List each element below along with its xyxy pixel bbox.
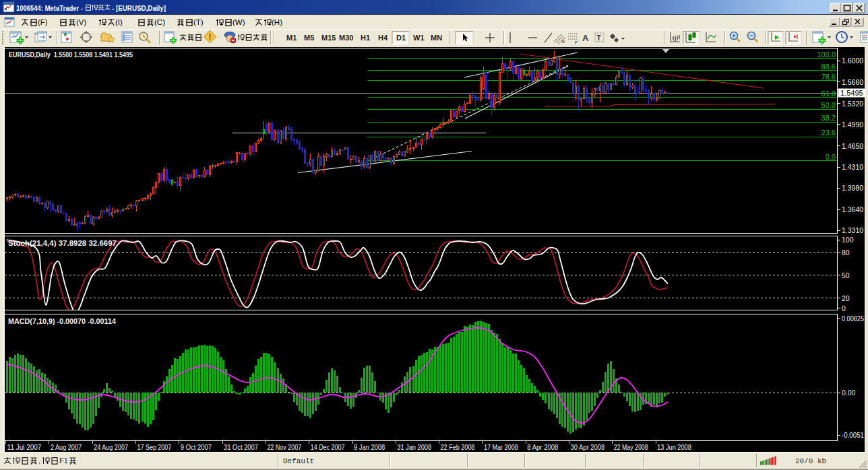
svg-text:1.6000: 1.6000	[842, 57, 863, 65]
svg-text:50.0: 50.0	[822, 101, 836, 109]
svg-text:17 Sep 2007: 17 Sep 2007	[137, 443, 172, 451]
svg-text:E: E	[562, 39, 565, 44]
svg-text:2 Aug 2007: 2 Aug 2007	[51, 443, 82, 451]
svg-text:EURUSD,Daily 1.5500 1.5508 1.: EURUSD,Daily 1.5500 1.5508 1.5491 1.5495	[9, 51, 133, 59]
svg-text:31 Jan 2008: 31 Jan 2008	[397, 443, 431, 451]
svg-text:(V): (V)	[76, 18, 87, 26]
svg-text:1.3310: 1.3310	[842, 226, 863, 234]
svg-text:1.4990: 1.4990	[842, 121, 863, 129]
svg-text:20/0 kb: 20/0 kb	[795, 457, 826, 465]
svg-text:(H): (H)	[272, 18, 282, 26]
svg-text:(F): (F)	[38, 18, 48, 26]
svg-text:1.5660: 1.5660	[842, 78, 863, 86]
svg-text:1006544: MetaTrader -: 1006544: MetaTrader -	[16, 4, 83, 12]
svg-text:0.0: 0.0	[826, 153, 836, 161]
svg-text:1.3980: 1.3980	[842, 184, 863, 192]
svg-text:22 Nov 2007: 22 Nov 2007	[267, 443, 301, 451]
svg-text:17 Mar 2008: 17 Mar 2008	[484, 443, 518, 451]
svg-text:50: 50	[842, 271, 850, 279]
svg-text:23.6: 23.6	[822, 129, 836, 137]
svg-text:H4: H4	[378, 34, 388, 42]
svg-text:W1: W1	[413, 34, 425, 42]
svg-text:1.5495: 1.5495	[840, 89, 863, 97]
svg-text:,: ,	[38, 457, 40, 465]
svg-text:61.8: 61.8	[822, 90, 836, 98]
svg-text:M15: M15	[321, 34, 336, 42]
svg-text:0: 0	[842, 304, 846, 312]
svg-text:31 Oct 2007: 31 Oct 2007	[224, 443, 258, 451]
svg-text:(I): (I)	[115, 18, 123, 26]
svg-text:100: 100	[842, 236, 854, 244]
svg-text:F: F	[575, 40, 578, 45]
svg-text:13 Jun 2008: 13 Jun 2008	[657, 443, 691, 451]
svg-text:14 Dec 2007: 14 Dec 2007	[311, 443, 345, 451]
svg-text:1.4310: 1.4310	[842, 163, 863, 171]
svg-text:Default: Default	[283, 457, 314, 465]
svg-text:9 Oct 2007: 9 Oct 2007	[181, 443, 212, 451]
svg-text:H1: H1	[361, 34, 370, 42]
svg-text:22 May 2008: 22 May 2008	[614, 443, 648, 451]
svg-text:22 Feb 2008: 22 Feb 2008	[441, 443, 475, 451]
svg-text:88.6: 88.6	[822, 63, 836, 71]
svg-text:F1: F1	[59, 457, 68, 465]
svg-text:30 Apr 2008: 30 Apr 2008	[571, 443, 605, 451]
svg-text:0.00825: 0.00825	[842, 314, 864, 323]
svg-text:1.5320: 1.5320	[842, 100, 863, 108]
svg-text:80: 80	[842, 248, 850, 257]
svg-text:(T): (T)	[193, 18, 204, 26]
svg-text:38.2: 38.2	[822, 114, 836, 122]
svg-text:Stoch(21,4,4) 37.8928 32.6697: Stoch(21,4,4) 37.8928 32.6697	[8, 239, 117, 247]
svg-text:M1: M1	[286, 34, 297, 42]
svg-text:A: A	[582, 33, 589, 43]
svg-text:24 Aug 2007: 24 Aug 2007	[94, 443, 128, 451]
svg-text:1.4650: 1.4650	[842, 142, 863, 150]
svg-text:(W): (W)	[232, 18, 245, 26]
svg-text:MACD(7,10,9) -0.00070 -0.00114: MACD(7,10,9) -0.00070 -0.00114	[8, 317, 117, 325]
svg-text:(C): (C)	[154, 18, 165, 26]
svg-text:78.6: 78.6	[822, 73, 836, 81]
svg-text:100.0: 100.0	[817, 51, 836, 59]
svg-text:0.00: 0.00	[842, 389, 856, 397]
svg-text:MN: MN	[431, 34, 442, 42]
svg-text:M5: M5	[304, 34, 314, 42]
svg-text:-0.0051: -0.0051	[842, 431, 864, 439]
svg-text:9 Jan 2008: 9 Jan 2008	[354, 443, 385, 451]
svg-text:D1: D1	[396, 34, 406, 42]
svg-text:11 Jul 2007: 11 Jul 2007	[7, 443, 42, 451]
svg-text:20: 20	[842, 294, 850, 302]
svg-text:1.3640: 1.3640	[842, 205, 863, 213]
svg-text:- [EURUSD,Daily]: - [EURUSD,Daily]	[112, 4, 166, 12]
svg-text:M30: M30	[339, 34, 353, 42]
svg-text:8 Apr 2008: 8 Apr 2008	[527, 443, 558, 451]
svg-text:T: T	[597, 34, 601, 42]
